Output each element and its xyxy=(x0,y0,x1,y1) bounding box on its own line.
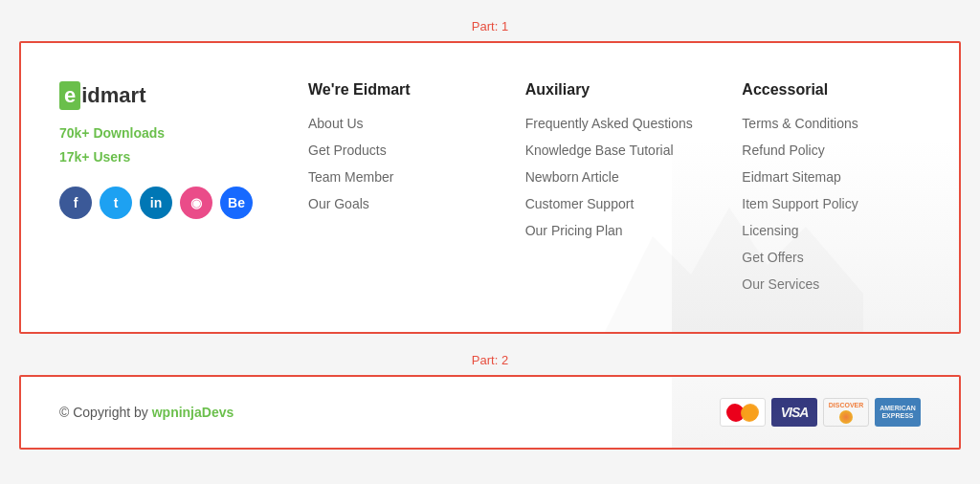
copyright-text: © Copyright by wpninjaDevs xyxy=(59,405,234,420)
link-our-services[interactable]: Our Services xyxy=(742,276,921,292)
link-refund-policy[interactable]: Refund Policy xyxy=(742,143,921,158)
logo-e: e xyxy=(59,81,80,110)
payment-icons: VISA DISCOVER AMERICANEXPRESS xyxy=(720,398,921,427)
twitter-icon[interactable]: t xyxy=(100,187,132,219)
link-newborn-article[interactable]: Newborn Article xyxy=(525,169,704,185)
mastercard-icon xyxy=(720,398,766,427)
part2-label: Part: 2 xyxy=(19,353,961,367)
auxiliary-title: Auxiliary xyxy=(525,81,704,99)
social-icons: f t in ◉ Be xyxy=(59,187,270,219)
link-faq[interactable]: Frequently Asked Questions xyxy=(525,116,704,131)
facebook-icon[interactable]: f xyxy=(59,187,92,219)
accessorial-column: Accessorial Terms & Conditions Refund Po… xyxy=(742,81,921,303)
link-pricing-plan[interactable]: Our Pricing Plan xyxy=(525,223,704,238)
link-terms-conditions[interactable]: Terms & Conditions xyxy=(742,116,921,131)
copyright-prefix: © Copyright by xyxy=(59,405,152,420)
link-customer-support[interactable]: Customer Support xyxy=(525,196,704,211)
link-item-support-policy[interactable]: Item Support Policy xyxy=(742,196,921,211)
logo-text: idmart xyxy=(81,83,145,108)
link-get-offers[interactable]: Get Offers xyxy=(742,250,921,265)
linkedin-icon[interactable]: in xyxy=(140,187,172,219)
part1-label: Part: 1 xyxy=(19,19,961,33)
discover-icon: DISCOVER xyxy=(823,398,869,427)
link-knowledge-base[interactable]: Knowledge Base Tutorial xyxy=(525,143,704,158)
behance-icon[interactable]: Be xyxy=(220,187,253,219)
link-eidmart-sitemap[interactable]: Eidmart Sitemap xyxy=(742,169,921,185)
dribbble-icon[interactable]: ◉ xyxy=(180,187,212,219)
auxiliary-column: Auxiliary Frequently Asked Questions Kno… xyxy=(525,81,704,303)
footer-main: e idmart 70k+ Downloads 17k+ Users f t i… xyxy=(21,43,959,332)
copyright-link[interactable]: wpninjaDevs xyxy=(152,405,234,420)
brand-column: e idmart 70k+ Downloads 17k+ Users f t i… xyxy=(59,81,270,303)
were-eidmart-title: We're Eidmart xyxy=(308,81,487,99)
part1-box: e idmart 70k+ Downloads 17k+ Users f t i… xyxy=(19,41,961,334)
visa-icon: VISA xyxy=(771,398,817,427)
amex-icon: AMERICANEXPRESS xyxy=(875,398,921,427)
link-team-member[interactable]: Team Member xyxy=(308,169,487,185)
link-get-products[interactable]: Get Products xyxy=(308,143,487,158)
link-about-us[interactable]: About Us xyxy=(308,116,487,131)
accessorial-title: Accessorial xyxy=(742,81,921,99)
logo: e idmart xyxy=(59,81,270,110)
link-licensing[interactable]: Licensing xyxy=(742,223,921,238)
were-eidmart-column: We're Eidmart About Us Get Products Team… xyxy=(308,81,487,303)
stats: 70k+ Downloads 17k+ Users xyxy=(59,121,270,169)
copyright-bar: © Copyright by wpninjaDevs VISA DISCOVER… xyxy=(21,377,959,448)
part2-box: © Copyright by wpninjaDevs VISA DISCOVER… xyxy=(19,375,961,450)
link-our-goals[interactable]: Our Goals xyxy=(308,196,487,211)
stat-users: 17k+ Users xyxy=(59,145,270,169)
stat-downloads: 70k+ Downloads xyxy=(59,121,270,145)
